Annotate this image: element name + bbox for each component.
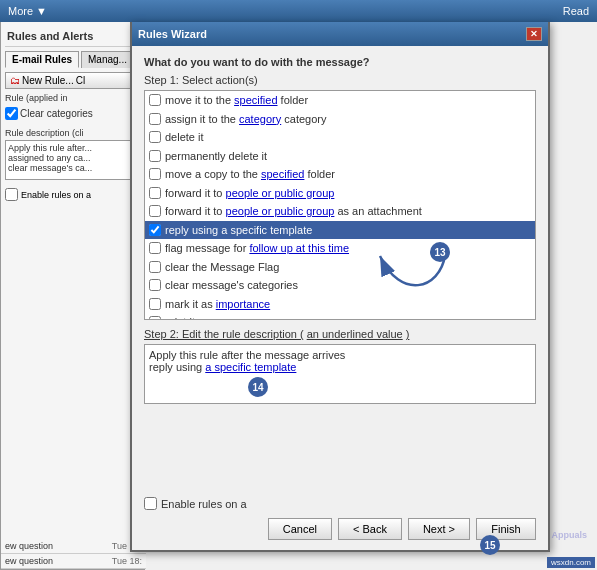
rule-desc-reply-prefix: reply using (149, 361, 205, 373)
bottom-item-2-date: Tue 18: (112, 556, 142, 566)
action-reply-template-checkbox[interactable] (149, 224, 161, 236)
action-move-folder-checkbox[interactable] (149, 94, 161, 106)
action-reply-template[interactable]: reply using a specific template (145, 221, 535, 240)
clear-categories-item: Clear categories (5, 107, 140, 120)
action-clear-categories: clear message's categories (145, 276, 535, 295)
wsxdn-badge: wsxdn.com (547, 557, 595, 568)
rule-desc-text: Apply this rule after...assigned to any … (8, 143, 137, 173)
action-assign-category: assign it to the category category (145, 110, 535, 129)
rule-desc-line2: reply using a specific template (149, 361, 531, 373)
back-button[interactable]: < Back (338, 518, 402, 540)
forward-people-link[interactable]: people or public group (226, 187, 335, 199)
action-forward-people-checkbox[interactable] (149, 187, 161, 199)
rule-applied-label: Rule (applied in (5, 93, 140, 103)
tab-manage[interactable]: Manag... (81, 51, 134, 68)
rule-description-box: Apply this rule after the message arrive… (144, 344, 536, 404)
top-bar: More ▼ Read (0, 0, 597, 22)
action-mark-importance-checkbox[interactable] (149, 298, 161, 310)
bottom-item-2: ew question Tue 18: (1, 554, 146, 569)
action-clear-flag: clear the Message Flag (145, 258, 535, 277)
tab-email-rules[interactable]: E-mail Rules (5, 51, 79, 68)
enable-rules-label-dialog: Enable rules on a (161, 498, 247, 510)
enable-rules-checkbox-dialog[interactable] (144, 497, 157, 510)
action-clear-categories-checkbox[interactable] (149, 279, 161, 291)
clear-categories-label: Clear categories (20, 108, 93, 119)
action-mark-importance: mark it as importance (145, 295, 535, 314)
action-forward-attachment-checkbox[interactable] (149, 205, 161, 217)
rule-desc-label: Rule description (cli (5, 128, 140, 138)
step2-underline[interactable]: an underlined value (307, 328, 403, 340)
dialog-bottom: Enable rules on a Cancel < Back Next > F… (144, 497, 536, 540)
enable-rules-row: Enable rules on a (5, 188, 140, 201)
bottom-item-1-label: ew question (5, 541, 53, 551)
step1-label: Step 1: Select action(s) (144, 74, 536, 86)
bottom-item-1: ew question Tue 18: (1, 539, 146, 554)
action-flag-message: flag message for follow up at this time (145, 239, 535, 258)
actions-list: move it to the specified folder assign i… (144, 90, 536, 320)
step2-label: Step 2: Edit the rule description ( an u… (144, 328, 536, 340)
read-label: Read (563, 5, 589, 17)
action-move-copy: move a copy to the specified folder (145, 165, 535, 184)
annotation-15: 15 (480, 535, 500, 555)
enable-rules-checkbox[interactable] (5, 188, 18, 201)
action-forward-attachment: forward it to people or public group as … (145, 202, 535, 221)
action-clear-flag-checkbox[interactable] (149, 261, 161, 273)
action-perm-delete: permanently delete it (145, 147, 535, 166)
annotation-13: 13 (430, 242, 450, 262)
rule-desc-line1: Apply this rule after the message arrive… (149, 349, 531, 361)
clear-categories-checkbox[interactable] (5, 107, 18, 120)
specific-template-link[interactable]: a specific template (205, 361, 296, 373)
action-reply-template-label: reply using a specific template (165, 222, 312, 239)
tab-bar: E-mail Rules Manag... (5, 51, 140, 68)
action-forward-people: forward it to people or public group (145, 184, 535, 203)
rules-alerts-title: Rules and Alerts (5, 26, 140, 47)
annotation-14: 14 (248, 377, 268, 397)
dialog-close-button[interactable]: ✕ (526, 27, 542, 41)
rule-desc-box: Apply this rule after...assigned to any … (5, 140, 140, 180)
enable-rules-row: Enable rules on a (144, 497, 536, 510)
follow-up-link[interactable]: follow up at this time (249, 242, 349, 254)
action-perm-delete-checkbox[interactable] (149, 150, 161, 162)
importance-link[interactable]: importance (216, 298, 270, 310)
dialog-title: Rules Wizard (138, 28, 207, 40)
dialog-buttons: Cancel < Back Next > Finish (144, 518, 536, 540)
action-print-checkbox[interactable] (149, 316, 161, 320)
bottom-item-2-label: ew question (5, 556, 53, 566)
enable-rules-label: Enable rules on a (21, 190, 91, 200)
category-link[interactable]: category (239, 113, 281, 125)
rules-wizard-dialog: Rules Wizard ✕ What do you want to do wi… (130, 22, 550, 552)
dialog-titlebar: Rules Wizard ✕ (132, 22, 548, 46)
specified-folder-link[interactable]: specified (234, 94, 277, 106)
action-flag-checkbox[interactable] (149, 242, 161, 254)
cancel-button[interactable]: Cancel (268, 518, 332, 540)
step2-suffix: ) (406, 328, 410, 340)
action-print: print it (145, 313, 535, 320)
action-delete-checkbox[interactable] (149, 131, 161, 143)
action-delete: delete it (145, 128, 535, 147)
move-copy-folder-link[interactable]: specified (261, 168, 304, 180)
action-move-copy-checkbox[interactable] (149, 168, 161, 180)
action-move-folder: move it to the specified folder (145, 91, 535, 110)
dialog-body: What do you want to do with the message?… (132, 46, 548, 550)
new-rule-button[interactable]: 🗂 New Rule... Cl (5, 72, 140, 89)
action-assign-category-checkbox[interactable] (149, 113, 161, 125)
step2-prefix: Step 2: Edit the rule description ( (144, 328, 304, 340)
forward-attach-link[interactable]: people or public group (226, 205, 335, 217)
rules-alerts-panel: Rules and Alerts E-mail Rules Manag... 🗂… (0, 22, 145, 570)
more-label[interactable]: More ▼ (8, 5, 47, 17)
next-button[interactable]: Next > (408, 518, 470, 540)
bottom-items: ew question Tue 18: ew question Tue 18: (1, 539, 146, 569)
wizard-question: What do you want to do with the message? (144, 56, 536, 68)
new-rule-icon: 🗂 (10, 75, 20, 86)
